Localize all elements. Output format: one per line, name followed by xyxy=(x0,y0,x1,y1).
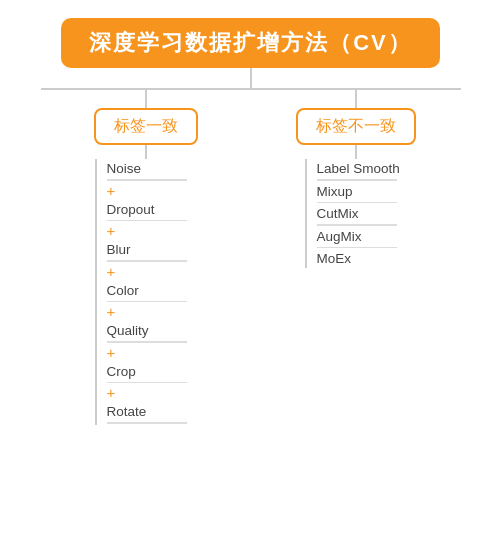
title-connector xyxy=(250,68,252,88)
left-item-text: Noise xyxy=(107,159,142,178)
left-branch-top-connector xyxy=(145,90,147,108)
right-list-item: MoEx xyxy=(317,249,451,268)
left-list-item: Blur+ xyxy=(107,240,241,281)
right-item-divider xyxy=(317,224,397,226)
left-item-text: Color xyxy=(107,281,139,300)
left-item-plus[interactable]: + xyxy=(107,182,116,200)
right-branch-top-connector xyxy=(355,90,357,108)
right-item-divider xyxy=(317,179,397,181)
right-item-text: Mixup xyxy=(317,182,353,201)
left-item-plus[interactable]: + xyxy=(107,222,116,240)
left-item-divider xyxy=(107,220,187,222)
left-item-text: Blur xyxy=(107,240,131,259)
right-branch-label: 标签不一致 xyxy=(296,108,416,145)
left-item-divider xyxy=(107,260,187,262)
left-list-item: Rotate xyxy=(107,402,241,425)
left-item-divider xyxy=(107,382,187,384)
right-branch-bottom-connector xyxy=(355,145,357,159)
left-item-divider-last xyxy=(107,422,187,424)
left-item-plus[interactable]: + xyxy=(107,344,116,362)
left-item-text: Quality xyxy=(107,321,149,340)
left-item-divider xyxy=(107,341,187,343)
right-item-text: Label Smooth xyxy=(317,159,400,178)
right-item-divider xyxy=(317,202,397,204)
left-item-text: Dropout xyxy=(107,200,155,219)
left-branch-label: 标签一致 xyxy=(94,108,198,145)
left-list-item: Crop+ xyxy=(107,362,241,403)
right-item-text: AugMix xyxy=(317,227,362,246)
left-branch-bottom-connector xyxy=(145,145,147,159)
left-list-item: Quality+ xyxy=(107,321,241,362)
right-item-text: CutMix xyxy=(317,204,359,223)
left-item-plus[interactable]: + xyxy=(107,303,116,321)
left-item-plus[interactable]: + xyxy=(107,384,116,402)
right-item-divider xyxy=(317,247,397,249)
right-list-item: AugMix xyxy=(317,227,451,250)
right-list-item: Mixup xyxy=(317,182,451,205)
right-item-text: MoEx xyxy=(317,249,352,268)
right-list-item: CutMix xyxy=(317,204,451,227)
left-item-text: Rotate xyxy=(107,402,147,421)
left-list-item: Dropout+ xyxy=(107,200,241,241)
main-title: 深度学习数据扩增方法（CV） xyxy=(61,18,440,68)
left-item-text: Crop xyxy=(107,362,136,381)
left-list-item: Noise+ xyxy=(107,159,241,200)
right-list-item: Label Smooth xyxy=(317,159,451,182)
left-list-item: Color+ xyxy=(107,281,241,322)
left-item-divider xyxy=(107,179,187,181)
left-item-plus[interactable]: + xyxy=(107,263,116,281)
left-item-divider xyxy=(107,301,187,303)
